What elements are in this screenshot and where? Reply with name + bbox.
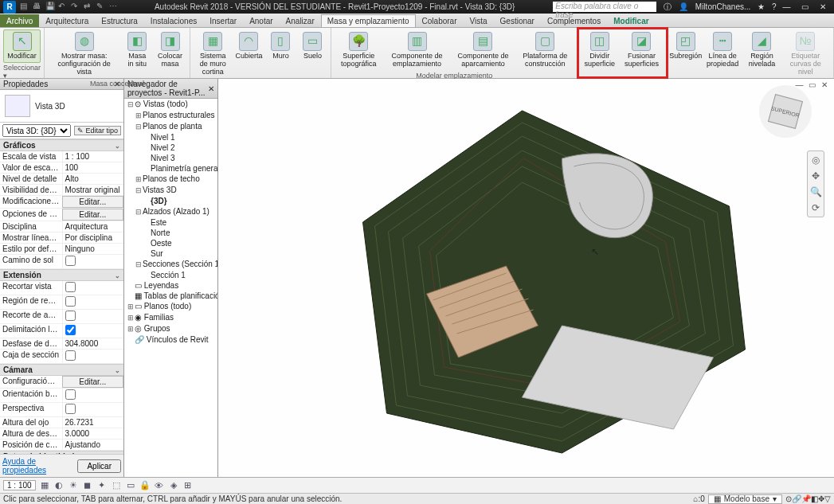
node-planos-todo[interactable]: ⊞▭ Planos (todo) (126, 302, 192, 311)
shadows-icon[interactable]: ◼ (82, 480, 93, 491)
node-alzados[interactable]: ⊟Alzados (Alzado 1) (134, 207, 210, 216)
tab-gestionar[interactable]: Gestionar (494, 14, 541, 27)
prop-row[interactable]: Camino de sol (0, 255, 123, 269)
tab-modificar[interactable]: Modificar (607, 14, 655, 27)
search-input[interactable]: Escriba palabra clave o frase (553, 2, 656, 12)
minimize-button[interactable]: — (778, 2, 794, 11)
browser-root[interactable]: ⊟⊙ Vistas (todo) (126, 100, 189, 108)
info-icon[interactable]: ⓘ (664, 2, 672, 11)
prop-row[interactable]: Altura de destino3.0000 (0, 428, 123, 440)
node-este[interactable]: Este (142, 218, 167, 227)
node-secciones[interactable]: ⊟Secciones (Sección 1) (134, 260, 218, 268)
favorites-icon[interactable]: ★ (758, 2, 765, 11)
node-planos-estructurales[interactable]: ⊞Planos estructurales (134, 111, 216, 119)
node-sur[interactable]: Sur (142, 249, 164, 258)
close-icon[interactable]: ✕ (208, 84, 214, 93)
tab-complementos[interactable]: Complementos (541, 14, 607, 27)
node-seccion1[interactable]: Sección 1 (142, 271, 186, 279)
node-planimetria[interactable]: Planimetría general (142, 164, 218, 173)
node-oeste[interactable]: Oeste (142, 239, 173, 248)
toposurface-button[interactable]: 🌳Superficie topográfica (335, 29, 382, 71)
tab-anotar[interactable]: Anotar (243, 14, 279, 27)
prop-row[interactable]: DisciplinaArquitectura (0, 221, 123, 232)
prop-row[interactable]: Recortar vista (0, 281, 123, 295)
select-pinned-icon[interactable]: 📌 (801, 494, 811, 503)
floor-button[interactable]: ▭Suelo (297, 29, 327, 63)
design-options-icon[interactable]: ⊙ (785, 494, 792, 503)
edit-type-button[interactable]: ✎ Editar tipo (74, 126, 121, 135)
lock-icon[interactable]: 🔒 (139, 480, 151, 491)
prop-row[interactable]: Configuración de ren...Editar... (0, 376, 123, 389)
curtain-system-button[interactable]: ▦Sistema de muro cortina (194, 29, 233, 79)
sun-path-icon[interactable]: ☀ (68, 480, 79, 491)
prop-row[interactable]: Recorte de anotación (0, 310, 123, 324)
drag-icon[interactable]: ✥ (818, 494, 824, 503)
orbit-icon[interactable]: ⟳ (812, 202, 820, 213)
instance-selector[interactable]: Vista 3D: {3D} (2, 124, 71, 137)
prop-row[interactable]: Valor de escala 1:100 (0, 162, 123, 174)
pan-icon[interactable]: ✥ (812, 170, 820, 182)
tab-instalaciones[interactable]: Instalaciones (144, 14, 203, 27)
wall-button[interactable]: ▯Muro (265, 29, 296, 63)
help-icon[interactable]: ? (772, 2, 777, 11)
view-cube[interactable]: SUPERIOR (759, 85, 812, 138)
view-max-icon[interactable]: ▭ (809, 80, 816, 89)
node-nivel3[interactable]: Nivel 3 (142, 154, 176, 162)
prop-row[interactable]: Caja de sección (0, 350, 123, 364)
node-planos-planta[interactable]: ⊟Planos de planta (134, 122, 203, 131)
type-selector[interactable]: Vista 3D (0, 90, 123, 123)
node-vistas3d[interactable]: ⊟Vistas 3D (134, 186, 178, 194)
merge-surfaces-button[interactable]: ◪Fusionar superficies (620, 29, 664, 71)
select-links-icon[interactable]: 🔗 (792, 494, 801, 503)
zoom-icon[interactable]: 🔍 (810, 186, 822, 197)
view-close-icon[interactable]: ✕ (821, 80, 828, 89)
tab-insertar[interactable]: Insertar (203, 14, 243, 27)
signin-icon[interactable]: 👤 (679, 2, 688, 11)
tab-estructura[interactable]: Estructura (95, 14, 144, 27)
apply-button[interactable]: Aplicar (77, 459, 121, 473)
label-contours-button[interactable]: №Etiquetar curvas de nivel (781, 29, 830, 79)
close-button[interactable]: ✕ (815, 2, 831, 11)
analytical-icon[interactable]: ⊞ (182, 480, 194, 491)
node-3d[interactable]: {3D} (142, 197, 168, 205)
node-tablas[interactable]: ▦ Tablas de planificación/Cantida (126, 291, 218, 300)
node-grupos[interactable]: ⊞◎ Grupos (126, 324, 171, 333)
prop-row[interactable]: Escala de vista1 : 100 (0, 151, 123, 162)
select-face-icon[interactable]: ◧ (811, 494, 818, 503)
visual-style-icon[interactable]: ◐ (53, 480, 65, 491)
properties-grid[interactable]: GráficosEscala de vista1 : 100Valor de e… (0, 139, 123, 454)
in-place-mass-button[interactable]: ◧Masa in situ (122, 29, 152, 71)
view-canvas[interactable]: — ▭ ✕ SUPERIOR ◎ ✥ 🔍 ⟳ ↖ (218, 79, 834, 477)
detail-level-icon[interactable]: ▦ (39, 480, 50, 491)
prop-row[interactable]: Altura del ojo26.7231 (0, 417, 123, 428)
modify-button[interactable]: ↖Modificar (3, 29, 41, 63)
filter-icon[interactable]: ▽ (824, 494, 831, 503)
crop-region-icon[interactable]: ▭ (125, 480, 136, 491)
node-planos-techo[interactable]: ⊞Planos de techo (134, 174, 201, 183)
graded-region-button[interactable]: ◢Región nivelada (744, 29, 779, 71)
tab-masa-emplazamiento[interactable]: Masa y emplazamiento (321, 14, 416, 27)
property-line-button[interactable]: ┅Línea de propiedad (703, 29, 743, 71)
temp-hide-icon[interactable]: 👁 (154, 480, 165, 491)
prop-row[interactable]: Modificaciones de visi...Editar... (0, 196, 123, 209)
prop-row[interactable]: Perspectiva (0, 403, 123, 417)
prop-row[interactable]: Estilo por defecto de v...Ninguno (0, 244, 123, 255)
prop-row[interactable]: Delimitación lejana ac... (0, 324, 123, 338)
prop-row[interactable]: Nivel de detalleAlto (0, 174, 123, 185)
reveal-icon[interactable]: ◈ (168, 480, 179, 491)
tab-analizar[interactable]: Analizar (280, 14, 321, 27)
node-leyendas[interactable]: ▭ Leyendas (126, 281, 179, 290)
roof-button[interactable]: ◠Cubierta (233, 29, 264, 63)
node-nivel1[interactable]: Nivel 1 (142, 133, 176, 142)
steering-wheel-icon[interactable]: ◎ (812, 154, 820, 166)
view-scale[interactable]: 1 : 100 (3, 480, 36, 490)
crop-icon[interactable]: ⬚ (111, 480, 122, 491)
split-surface-button[interactable]: ◫Dividir superficie (581, 29, 618, 71)
building-pad-button[interactable]: ▢Plataforma de construcción (516, 29, 574, 71)
user-name[interactable]: MiltonChanes... (695, 2, 750, 11)
render-icon[interactable]: ✦ (96, 480, 108, 491)
site-component-button[interactable]: ▥Componente de emplazamiento (384, 29, 450, 71)
tab-file[interactable]: Archivo (0, 14, 39, 27)
quick-access-toolbar[interactable]: ▤🖶💾↶↷⇄✎⋯ (19, 2, 121, 13)
prop-row[interactable]: Desfase de delimitaci...304.8000 (0, 338, 123, 350)
